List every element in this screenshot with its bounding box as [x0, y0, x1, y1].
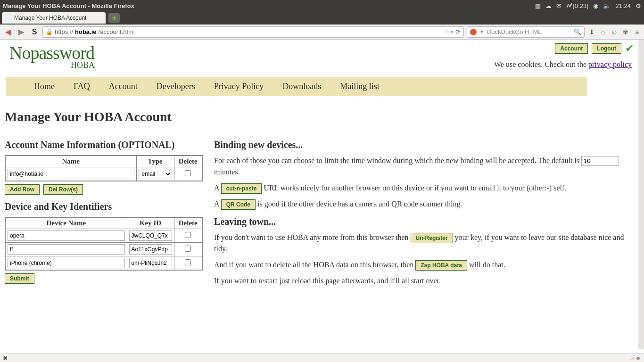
device-name-input[interactable]: [8, 244, 125, 255]
robot-icon[interactable]: ☺: [610, 28, 619, 36]
key-id-input[interactable]: [129, 230, 172, 241]
table-row: email: [5, 167, 202, 181]
privacy-policy-link[interactable]: privacy policy: [588, 60, 632, 68]
device-name-input[interactable]: [8, 258, 125, 268]
forward-button[interactable]: ▶: [16, 27, 26, 37]
url-bar[interactable]: 🔒 https://hoba.ie/account.html ☆▾ ⟳: [42, 26, 464, 38]
favicon-icon: [5, 15, 11, 21]
paw-icon[interactable]: ✾: [621, 28, 630, 36]
delete-checkbox[interactable]: [185, 246, 191, 252]
browser-toolbar: ◀ ▶ S 🔒 https://hoba.ie/account.html ☆▾ …: [0, 25, 644, 40]
os-title-bar: Manage Your HOBA Account - Mozilla Firef…: [0, 0, 644, 11]
account-button[interactable]: Account: [555, 43, 588, 54]
leaving-p1: If you don't want to use HOBA any more f…: [214, 232, 629, 255]
leaving-p3: If you want to restart just reload this …: [214, 275, 629, 287]
apps-icon[interactable]: ▦: [535, 2, 541, 9]
account-table: Name Type Delete email: [5, 155, 203, 181]
leaving-p2: And if you want to delete all the HOBA d…: [214, 259, 629, 271]
duckduckgo-icon: [470, 29, 477, 35]
sync-icon[interactable]: S: [29, 27, 40, 37]
nav-privacy[interactable]: Privacy Policy: [214, 82, 264, 91]
battery-icon[interactable]: 🗲(0:23): [566, 2, 588, 9]
nav-mailing[interactable]: Mailing list: [340, 82, 380, 91]
minutes-input[interactable]: [581, 156, 619, 166]
download-icon[interactable]: ⬇: [587, 28, 596, 36]
nav-downloads[interactable]: Downloads: [282, 82, 321, 91]
th-delete: Delete: [174, 156, 202, 167]
reload-icon[interactable]: ⟳: [455, 28, 461, 35]
qr-code-button[interactable]: QR Code: [221, 199, 256, 210]
volume-icon[interactable]: 🔈: [603, 2, 611, 9]
th-keyid: Key ID: [127, 217, 174, 229]
binding-p3: A QR Code is good if the other device ha…: [214, 198, 629, 210]
device-name-input[interactable]: [8, 230, 125, 241]
home-icon[interactable]: ⌂: [599, 28, 607, 36]
url-path: /account.html: [99, 28, 135, 35]
url-host: hoba.ie: [75, 28, 97, 35]
th-delete2: Delete: [174, 217, 202, 229]
cloud-icon[interactable]: ☁: [545, 2, 552, 9]
device-heading: Device and Key Identifiers: [5, 201, 203, 212]
type-select[interactable]: email: [139, 169, 172, 179]
binding-heading: Binding new devices...: [214, 140, 629, 150]
system-tray: ▦ ☁ ✉ 🗲(0:23) ◉ 🔈 21:24 ⚙: [535, 2, 641, 9]
nav-account[interactable]: Account: [109, 82, 138, 91]
browser-tab[interactable]: Manage Your HOBA Account: [2, 12, 106, 24]
mail-icon[interactable]: ✉: [556, 2, 561, 9]
back-button[interactable]: ◀: [3, 27, 13, 37]
page-title: Manage Your HOBA Account: [5, 109, 634, 124]
cut-n-paste-button[interactable]: cut-n-paste: [221, 183, 262, 194]
table-row: [5, 256, 202, 271]
unregister-button[interactable]: Un-Register: [411, 233, 453, 243]
th-type: Type: [136, 156, 174, 167]
header-buttons: Account Logout ✔: [555, 42, 634, 55]
logout-button[interactable]: Logout: [592, 43, 621, 54]
gear-icon[interactable]: ⚙: [636, 2, 641, 9]
search-bar[interactable]: ▼ DuckDuckGo HTML 🔍: [467, 26, 585, 38]
binding-p1: For each of those you can choose to limi…: [214, 155, 629, 178]
main-nav: Home FAQ Account Developers Privacy Poli…: [6, 77, 587, 96]
nav-developers[interactable]: Developers: [157, 82, 195, 91]
table-row: [5, 243, 202, 256]
th-name: Name: [5, 156, 136, 167]
table-row: [5, 229, 202, 243]
binding-p2: A cut-n-paste URL works nicely for anoth…: [214, 182, 629, 194]
menu-icon[interactable]: ≡: [633, 28, 641, 36]
search-icon[interactable]: 🔍: [574, 28, 581, 35]
clock[interactable]: 21:24: [615, 2, 631, 9]
page-viewport: Account Logout ✔ We use cookies. Check o…: [0, 40, 644, 349]
cookie-notice: We use cookies. Check out the privacy po…: [494, 60, 632, 69]
key-id-input[interactable]: [129, 244, 172, 255]
zap-button[interactable]: Zap HOBA data: [415, 260, 467, 271]
check-icon: ✔: [625, 42, 634, 55]
submit-button[interactable]: Submit: [5, 273, 34, 284]
del-rows-button[interactable]: Del Row(s): [43, 184, 83, 195]
nav-faq[interactable]: FAQ: [74, 82, 90, 91]
nav-home[interactable]: Home: [34, 82, 55, 91]
url-protocol: https://: [55, 28, 73, 35]
th-devname: Device Name: [5, 217, 127, 229]
tab-title: Manage Your HOBA Account: [14, 15, 86, 21]
account-info-heading: Account Name Information (OPTIONAL): [5, 140, 203, 150]
device-table: Device Name Key ID Delete: [5, 217, 203, 271]
new-tab-button[interactable]: +: [108, 13, 120, 23]
delete-checkbox[interactable]: [185, 259, 191, 265]
delete-checkbox[interactable]: [185, 232, 191, 238]
tab-strip: Manage Your HOBA Account +: [0, 11, 644, 25]
window-title: Manage Your HOBA Account - Mozilla Firef…: [3, 2, 535, 9]
search-placeholder: DuckDuckGo HTML: [487, 28, 542, 35]
name-input[interactable]: [8, 169, 134, 179]
add-row-button[interactable]: Add Row: [5, 184, 40, 195]
bookmark-icon[interactable]: ☆▾: [445, 28, 454, 35]
key-id-input[interactable]: [129, 258, 172, 268]
leaving-heading: Leaving town...: [214, 216, 629, 227]
delete-checkbox[interactable]: [185, 170, 191, 176]
lock-icon: 🔒: [46, 29, 53, 35]
wifi-icon[interactable]: ◉: [593, 2, 598, 9]
chevron-down-icon[interactable]: ▼: [479, 29, 484, 34]
